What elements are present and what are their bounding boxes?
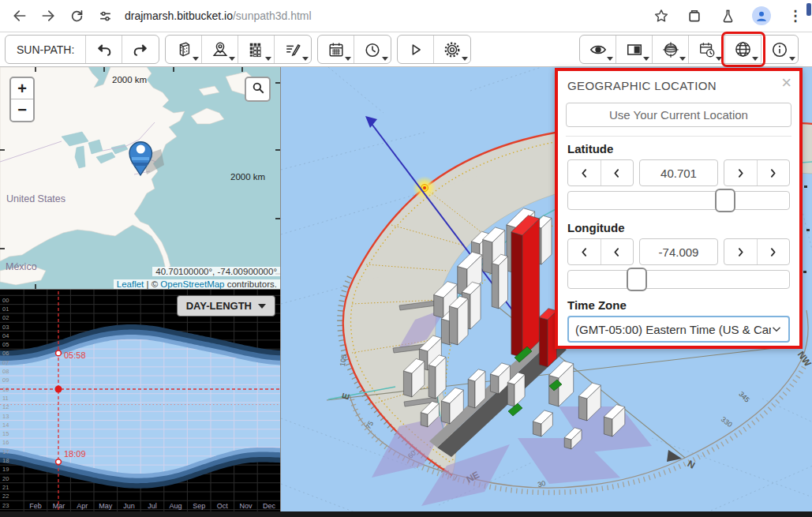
svg-text:03: 03 bbox=[2, 324, 9, 331]
calendar-clock-button[interactable] bbox=[689, 36, 725, 63]
latitude-increase-group bbox=[724, 159, 790, 186]
latitude-step-up-large-button[interactable] bbox=[757, 160, 790, 185]
chevron-down-icon bbox=[771, 324, 782, 335]
map-scale-top: 2000 km bbox=[112, 75, 147, 84]
longitude-slider[interactable] bbox=[567, 270, 790, 289]
buildings-button[interactable] bbox=[166, 36, 202, 63]
caret-down-icon bbox=[258, 304, 266, 309]
map-search-button[interactable] bbox=[245, 77, 271, 102]
bookmark-star-icon[interactable] bbox=[653, 7, 670, 24]
undo-button[interactable] bbox=[86, 36, 122, 63]
latitude-step-up-button[interactable] bbox=[724, 160, 757, 185]
leaflet-link[interactable]: Leaflet bbox=[117, 279, 144, 289]
latitude-step-down-button[interactable] bbox=[601, 160, 634, 185]
building-face bbox=[403, 371, 412, 397]
use-current-location-button[interactable]: Use Your Current Location bbox=[566, 103, 791, 127]
daylength-chart[interactable]: 0001020304050607080910111213141516171819… bbox=[0, 289, 280, 511]
caret-down-icon bbox=[265, 57, 271, 61]
sunset-marker bbox=[56, 459, 62, 465]
redo-button[interactable] bbox=[122, 36, 159, 63]
caret-down-icon bbox=[716, 57, 722, 61]
svg-text:Oct: Oct bbox=[217, 502, 229, 510]
svg-text:14: 14 bbox=[2, 421, 9, 429]
zoom-out-button[interactable]: − bbox=[11, 99, 33, 121]
sunrise-time-label: 05:58 bbox=[64, 350, 86, 360]
latitude-step-down-large-button[interactable] bbox=[568, 160, 601, 185]
building-face bbox=[511, 232, 522, 358]
building-face bbox=[468, 379, 475, 408]
reload-icon[interactable] bbox=[68, 7, 85, 24]
map-scale-right: 2000 km bbox=[230, 172, 265, 182]
selected-time-dot[interactable] bbox=[55, 386, 62, 393]
longitude-step-down-button[interactable] bbox=[601, 239, 634, 264]
sun-core bbox=[423, 186, 426, 189]
extensions-icon[interactable] bbox=[686, 7, 703, 24]
svg-text:Sep: Sep bbox=[193, 502, 205, 510]
latitude-slider-handle[interactable] bbox=[715, 189, 735, 212]
forward-icon[interactable] bbox=[39, 7, 57, 24]
calendar-button[interactable] bbox=[318, 36, 354, 63]
map-label-united-states: United States bbox=[6, 193, 65, 204]
longitude-stepper bbox=[567, 238, 790, 265]
svg-text:01: 01 bbox=[2, 305, 9, 313]
data-table-button[interactable] bbox=[238, 36, 275, 63]
svg-text:19: 19 bbox=[2, 466, 9, 473]
app-window: drajmarsh.bitbucket.io/sunpath3d.html ⋮ … bbox=[0, 0, 812, 517]
svg-text:13: 13 bbox=[2, 413, 9, 420]
osm-link[interactable]: OpenStreetMap bbox=[160, 279, 224, 289]
longitude-input[interactable] bbox=[639, 238, 718, 265]
geographic-location-panel: GEOGRAPHIC LOCATION × Use Your Current L… bbox=[555, 68, 803, 349]
svg-text:23: 23 bbox=[2, 502, 9, 509]
svg-text:Jul: Jul bbox=[148, 502, 157, 510]
panel-title: GEOGRAPHIC LOCATION bbox=[567, 79, 717, 92]
map-location-button[interactable] bbox=[202, 36, 238, 63]
svg-text:Aug: Aug bbox=[170, 502, 182, 510]
caret-down-icon bbox=[382, 57, 388, 61]
longitude-step-up-large-button[interactable] bbox=[757, 239, 790, 264]
close-icon[interactable]: × bbox=[781, 74, 791, 92]
sphere-grid-button[interactable] bbox=[653, 36, 689, 63]
longitude-step-down-large-button[interactable] bbox=[568, 239, 601, 264]
location-map[interactable]: + − 2000 km 2000 km United States México… bbox=[0, 67, 280, 289]
building-face bbox=[421, 412, 428, 427]
site-settings-icon[interactable] bbox=[96, 7, 114, 24]
eye-button[interactable] bbox=[580, 36, 616, 63]
toolbar-group-view bbox=[579, 35, 799, 64]
building-face bbox=[441, 319, 450, 345]
labs-flask-icon[interactable] bbox=[719, 7, 736, 24]
longitude-step-up-button[interactable] bbox=[724, 239, 757, 264]
clock-button[interactable] bbox=[354, 36, 391, 63]
timezone-select[interactable]: (GMT-05:00) Eastern Time (US & Canad bbox=[567, 316, 790, 343]
url-path: /sunpath3d.html bbox=[233, 9, 312, 22]
edit-lines-button[interactable] bbox=[275, 36, 311, 63]
sunset-time-label: 18:09 bbox=[64, 449, 86, 459]
info-button[interactable] bbox=[761, 36, 798, 63]
settings-gear-button[interactable] bbox=[434, 36, 470, 63]
caret-down-icon bbox=[789, 57, 795, 61]
play-button[interactable] bbox=[398, 36, 434, 63]
building-face bbox=[449, 306, 458, 345]
side-panel-edge bbox=[806, 3, 811, 16]
profile-avatar[interactable] bbox=[752, 6, 771, 25]
svg-text:17: 17 bbox=[2, 448, 9, 455]
globe-button[interactable] bbox=[725, 36, 761, 63]
overflow-menu-icon[interactable]: ⋮ bbox=[787, 7, 804, 24]
building-face bbox=[441, 401, 450, 424]
latitude-slider[interactable] bbox=[567, 191, 790, 210]
browser-chrome: drajmarsh.bitbucket.io/sunpath3d.html ⋮ bbox=[0, 0, 812, 32]
back-icon[interactable] bbox=[11, 7, 28, 24]
caret-down-icon bbox=[679, 57, 686, 61]
layout-panel-button[interactable] bbox=[616, 36, 653, 63]
daylength-plot[interactable]: 0001020304050607080910111213141516171819… bbox=[0, 290, 280, 511]
window-bottom-edge bbox=[0, 511, 812, 517]
url-bar[interactable]: drajmarsh.bitbucket.io/sunpath3d.html bbox=[125, 9, 312, 22]
chevron-right-icon bbox=[768, 246, 778, 258]
svg-text:18: 18 bbox=[2, 457, 9, 464]
zoom-in-button[interactable]: + bbox=[11, 78, 33, 99]
svg-text:05: 05 bbox=[2, 341, 9, 348]
daylength-mode-button[interactable]: DAY-LENGTH bbox=[177, 295, 275, 317]
map-label-mexico: México bbox=[6, 261, 37, 272]
latitude-input[interactable] bbox=[639, 159, 718, 186]
longitude-slider-handle[interactable] bbox=[627, 268, 647, 291]
building-face bbox=[490, 374, 499, 394]
